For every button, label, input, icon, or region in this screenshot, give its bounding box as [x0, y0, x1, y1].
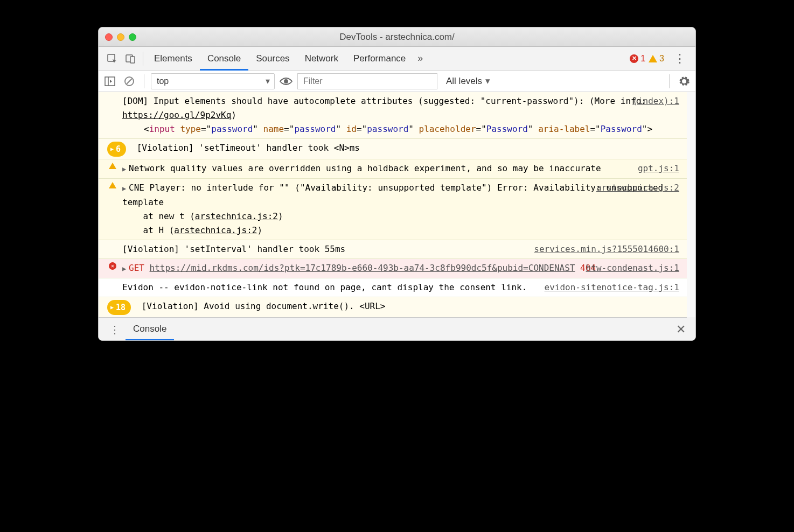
drawer-tab-console[interactable]: Console: [126, 318, 174, 341]
warning-count-badge[interactable]: 3: [649, 54, 664, 64]
tab-performance[interactable]: Performance: [346, 47, 413, 71]
stack-link[interactable]: arstechnica.js:2: [174, 225, 257, 235]
source-link[interactable]: services.min.js?1555014600:1: [534, 242, 679, 256]
warning-count: 3: [659, 54, 664, 64]
error-count: 1: [640, 54, 645, 64]
expand-group-pill[interactable]: 6: [107, 142, 126, 157]
info-link[interactable]: https://goo.gl/9p2vKq: [122, 110, 231, 120]
disclosure-icon[interactable]: ▶: [122, 162, 128, 176]
settings-menu-button[interactable]: ⋮: [668, 52, 691, 66]
console-log-area: (index):1 [DOM] Input elements should ha…: [99, 92, 687, 318]
request-url[interactable]: https://mid.rkdms.com/ids?ptk=17c1789b-e…: [150, 263, 575, 273]
status-badges[interactable]: ✕ 1 3: [630, 54, 664, 64]
log-text: [Violation] Avoid using document.write()…: [142, 301, 386, 311]
log-text: [Violation] 'setTimeout' handler took <N…: [137, 143, 360, 153]
log-text: CNE Player: no interlude for "" ("Availa…: [122, 183, 663, 207]
log-row-warning[interactable]: gpt.js:1 ▶Network quality values are ove…: [99, 159, 687, 179]
source-link[interactable]: htw-condenast.js:1: [586, 261, 679, 275]
log-row-info[interactable]: evidon-sitenotice-tag.js:1 Evidon -- evi…: [99, 278, 687, 297]
log-text: Evidon -- evidon-notice-link not found o…: [122, 282, 527, 292]
tab-console[interactable]: Console: [200, 47, 248, 71]
log-row-violation[interactable]: services.min.js?1555014600:1 [Violation]…: [99, 240, 687, 259]
warning-icon: [649, 55, 657, 62]
separator: [669, 74, 670, 88]
devtools-window: DevTools - arstechnica.com/ Elements Con…: [98, 27, 696, 341]
console-settings-icon[interactable]: [676, 73, 692, 89]
error-icon: ✕: [630, 54, 638, 63]
window-title: DevTools - arstechnica.com/: [99, 32, 695, 43]
clear-console-icon[interactable]: [121, 73, 137, 89]
tab-sources[interactable]: Sources: [248, 47, 297, 71]
source-link[interactable]: evidon-sitenotice-tag.js:1: [545, 281, 679, 295]
context-value: top: [157, 76, 169, 86]
tab-network[interactable]: Network: [297, 47, 346, 71]
live-expression-icon[interactable]: [278, 73, 294, 89]
console-toolbar: top All levels: [99, 71, 695, 92]
device-toolbar-icon[interactable]: [123, 52, 137, 66]
execution-context-select[interactable]: top: [151, 73, 275, 89]
log-text: [DOM] Input elements should have autocom…: [122, 96, 646, 120]
drawer-menu-icon[interactable]: ⋮: [104, 323, 126, 336]
separator: [143, 52, 143, 66]
svg-line-6: [127, 79, 132, 84]
scrollbar[interactable]: [687, 92, 695, 318]
svg-rect-2: [130, 57, 135, 63]
source-link[interactable]: (index):1: [632, 94, 679, 108]
expand-group-pill[interactable]: 18: [107, 300, 131, 315]
source-link[interactable]: gpt.js:1: [638, 162, 679, 176]
source-link[interactable]: arstechnica.js:2: [596, 181, 679, 195]
panel-tabbar: Elements Console Sources Network Perform…: [99, 47, 695, 71]
svg-point-7: [284, 80, 288, 83]
warning-icon: [109, 182, 116, 188]
log-text: Network quality values are overridden us…: [129, 163, 601, 173]
log-row-error[interactable]: ✕ htw-condenast.js:1 ▶GET https://mid.rk…: [99, 259, 687, 278]
error-icon: ✕: [109, 262, 116, 270]
drawer: ⋮ Console ✕: [99, 318, 695, 340]
log-row-warning[interactable]: arstechnica.js:2 ▶CNE Player: no interlu…: [99, 179, 687, 240]
disclosure-icon[interactable]: ▶: [122, 262, 128, 276]
stack-link[interactable]: arstechnica.js:2: [195, 211, 278, 221]
filter-input[interactable]: [297, 73, 437, 89]
log-row-violation[interactable]: 18 [Violation] Avoid using document.writ…: [99, 297, 687, 318]
warning-icon: [109, 163, 116, 169]
disclosure-icon[interactable]: ▶: [122, 181, 128, 195]
tab-elements[interactable]: Elements: [147, 47, 200, 71]
log-levels-select[interactable]: All levels: [441, 73, 501, 89]
toggle-sidebar-icon[interactable]: [102, 73, 118, 89]
panel-tabs: Elements Console Sources Network Perform…: [147, 47, 630, 71]
separator: [144, 74, 144, 88]
log-text: [Violation] 'setInterval' handler took 5…: [122, 244, 345, 254]
log-row-verbose[interactable]: (index):1 [DOM] Input elements should ha…: [99, 92, 687, 139]
element-preview[interactable]: <input type="password" name="password" i…: [122, 122, 678, 136]
close-drawer-icon[interactable]: ✕: [672, 323, 690, 337]
error-count-badge[interactable]: ✕ 1: [630, 54, 645, 64]
titlebar: DevTools - arstechnica.com/: [99, 27, 695, 47]
inspect-element-icon[interactable]: [105, 52, 119, 66]
more-tabs-button[interactable]: »: [413, 53, 427, 64]
log-row-violation[interactable]: 6 [Violation] 'setTimeout' handler took …: [99, 139, 687, 159]
levels-value: All levels: [446, 76, 482, 87]
http-method: GET: [129, 263, 144, 273]
